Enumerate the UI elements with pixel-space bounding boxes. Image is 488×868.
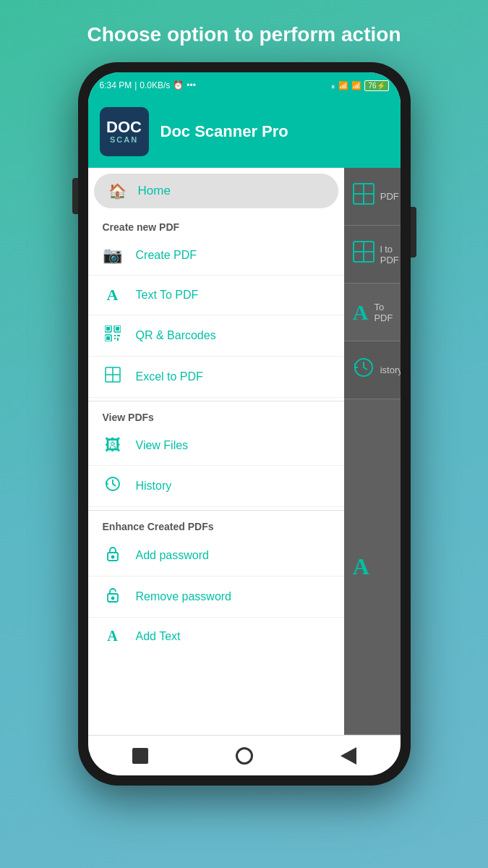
status-bar: 6:34 PM | 0.0KB/s ⏰ ••• ⁎ 📶 📶 76 ⚡	[88, 72, 401, 98]
svg-rect-10	[119, 335, 120, 336]
right-text-4: istory	[380, 365, 401, 375]
phone-frame: 6:34 PM | 0.0KB/s ⏰ ••• ⁎ 📶 📶 76 ⚡ DOC S…	[78, 62, 411, 786]
status-left: 6:34 PM | 0.0KB/s ⏰ •••	[100, 80, 196, 90]
divider-1	[88, 401, 344, 401]
image-icon: 🖼	[103, 436, 123, 455]
menu-item-qr-barcodes[interactable]: QR & Barcodes	[88, 315, 344, 357]
triangle-icon	[341, 747, 356, 765]
menu-item-add-password[interactable]: Add password	[88, 535, 344, 576]
menu-item-view-files[interactable]: 🖼 View Files	[88, 426, 344, 466]
svg-rect-1	[106, 327, 110, 331]
content-area: 🏠 Home Create new PDF 📷 Create PDF A Tex…	[88, 168, 401, 735]
home-menu-item[interactable]: 🏠 Home	[94, 174, 338, 208]
right-icon-5: A	[353, 553, 369, 580]
app-title-text: Doc Scanner Pro	[160, 122, 288, 141]
svg-rect-9	[117, 338, 119, 341]
right-panel: PDF l to PDF A To PDF	[344, 168, 401, 735]
right-item-5: A	[344, 399, 401, 735]
excel-to-pdf-text: Excel to PDF	[136, 370, 203, 383]
phone-screen: 6:34 PM | 0.0KB/s ⏰ ••• ⁎ 📶 📶 76 ⚡ DOC S…	[88, 72, 401, 775]
circle-icon	[236, 747, 253, 765]
bottom-navigation	[88, 735, 401, 775]
lock-closed-icon	[103, 545, 123, 566]
square-icon	[132, 748, 148, 764]
signal-icon: 📶	[351, 81, 361, 90]
right-text-2: l to PDF	[380, 244, 399, 265]
right-item-2: l to PDF	[344, 226, 401, 284]
section-view-pdfs-label: View PDFs	[88, 404, 344, 426]
history-text: History	[136, 480, 172, 493]
drawer-menu: 🏠 Home Create new PDF 📷 Create PDF A Tex…	[88, 168, 344, 735]
nav-recent-button[interactable]	[124, 740, 156, 772]
home-label: Home	[138, 184, 171, 198]
right-item-3: A To PDF	[344, 284, 401, 341]
qr-barcodes-text: QR & Barcodes	[136, 329, 216, 342]
add-text-label: Add Text	[136, 630, 181, 643]
alarm-icon: ⏰	[173, 80, 184, 90]
logo-scan-text: SCAN	[110, 135, 138, 144]
create-pdf-text: Create PDF	[136, 249, 197, 262]
logo-doc-text: DOC	[106, 119, 142, 135]
menu-item-text-to-pdf[interactable]: A Text To PDF	[88, 276, 344, 315]
right-icon-2	[353, 241, 374, 268]
add-password-text: Add password	[136, 549, 209, 562]
menu-item-add-text[interactable]: A Add Text	[88, 618, 344, 655]
right-icon-4	[353, 357, 374, 383]
right-text-1: PDF	[380, 191, 399, 202]
svg-point-16	[111, 556, 114, 558]
divider-2	[88, 510, 344, 511]
view-files-text: View Files	[136, 439, 189, 452]
page-title: Choose option to perform action	[59, 0, 430, 62]
right-text-3: To PDF	[374, 302, 393, 323]
speed-display: |	[134, 80, 137, 90]
camera-icon: 📷	[103, 246, 123, 265]
battery-display: 76 ⚡	[364, 80, 388, 91]
svg-rect-6	[114, 335, 116, 336]
app-logo: DOC SCAN	[100, 107, 149, 156]
wifi-icon: 📶	[338, 81, 348, 90]
nav-back-button[interactable]	[333, 740, 364, 772]
app-header: DOC SCAN Doc Scanner Pro	[88, 98, 401, 168]
svg-rect-3	[116, 327, 119, 331]
excel-icon	[103, 367, 123, 387]
svg-rect-7	[117, 335, 119, 336]
svg-rect-8	[114, 338, 116, 339]
svg-rect-5	[106, 336, 110, 340]
data-speed: 0.0KB/s	[140, 80, 170, 90]
right-icon-1	[353, 183, 374, 210]
menu-item-excel-to-pdf[interactable]: Excel to PDF	[88, 357, 344, 398]
home-icon: 🏠	[108, 182, 127, 200]
time-display: 6:34 PM	[100, 80, 132, 90]
lock-open-icon	[103, 587, 123, 607]
section-enhance-label: Enhance Created PDFs	[88, 514, 344, 535]
text-icon: A	[103, 286, 123, 305]
text-to-pdf-text: Text To PDF	[136, 289, 199, 302]
history-icon	[103, 476, 123, 496]
add-text-icon: A	[103, 628, 123, 644]
section-create-pdf-label: Create new PDF	[88, 214, 344, 236]
remove-password-text: Remove password	[136, 590, 232, 603]
menu-item-remove-password[interactable]: Remove password	[88, 576, 344, 618]
menu-item-history[interactable]: History	[88, 466, 344, 507]
nav-home-button[interactable]	[228, 740, 260, 772]
more-icon: •••	[187, 80, 196, 90]
right-item-1: PDF	[344, 168, 401, 226]
svg-point-18	[111, 597, 114, 600]
bluetooth-icon: ⁎	[331, 81, 335, 90]
status-right: ⁎ 📶 📶 76 ⚡	[331, 80, 388, 91]
right-item-4: istory	[344, 341, 401, 399]
right-icon-3: A	[353, 300, 369, 325]
menu-item-create-pdf[interactable]: 📷 Create PDF	[88, 236, 344, 276]
qr-icon	[103, 326, 123, 346]
